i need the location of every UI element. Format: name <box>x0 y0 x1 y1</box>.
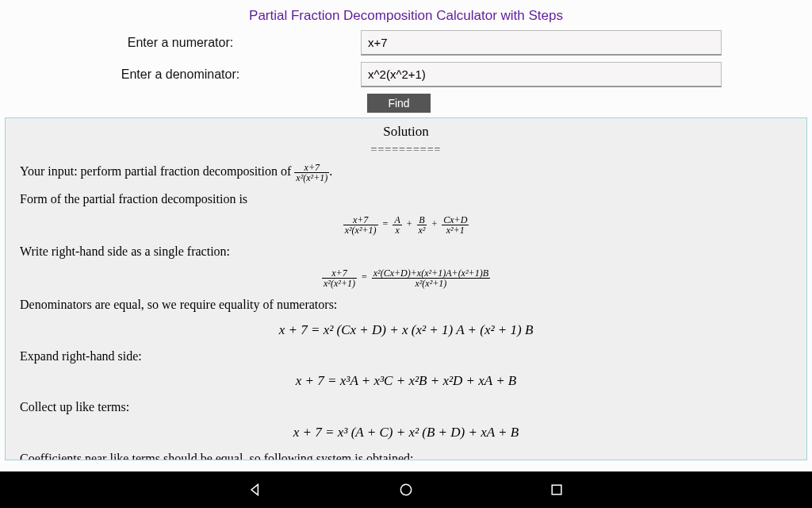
collect-equation: x + 7 = x³ (A + C) + x² (B + D) + xA + B <box>20 424 792 442</box>
svg-rect-1 <box>552 485 561 495</box>
form-equation: x+7 x²(x²+1) = A x + B x² + Cx+D x²+1 <box>20 215 792 235</box>
page-title: Partial Fraction Decomposition Calculato… <box>0 0 812 30</box>
numer-equation: x + 7 = x² (Cx + D) + x (x² + 1) A + (x²… <box>20 321 792 340</box>
solution-header: Solution <box>20 123 792 141</box>
collect-text: Collect up like terms: <box>20 398 792 416</box>
svg-point-0 <box>400 484 411 495</box>
your-input-line: Your input: perform partial fraction dec… <box>20 163 792 183</box>
solution-panel: Solution ========== Your input: perform … <box>5 117 807 460</box>
home-icon[interactable] <box>398 482 414 498</box>
back-icon[interactable] <box>247 482 263 498</box>
form-lhs-den: x²(x²+1) <box>343 225 378 235</box>
denominator-label: Enter a denominator: <box>0 67 361 82</box>
your-input-text: Your input: perform partial fraction dec… <box>20 164 294 178</box>
write-single-text: Write right-hand side as a single fracti… <box>20 243 792 260</box>
recent-icon[interactable] <box>549 482 565 498</box>
numerator-row: Enter a numerator: <box>0 30 812 56</box>
numerator-label: Enter a numerator: <box>0 36 361 50</box>
form-t3-den: x²+1 <box>442 225 469 235</box>
numerator-input[interactable] <box>361 30 722 56</box>
android-navbar <box>0 471 812 508</box>
button-row: Find <box>0 94 812 113</box>
input-frac-num: x+7 <box>294 163 329 173</box>
input-fraction: x+7 x²(x²+1) <box>294 163 329 183</box>
denom-equal-text: Denominators are equal, so we require eq… <box>20 296 792 314</box>
denominator-row: Enter a denominator: <box>0 62 812 87</box>
coeff-text: Coefficients near like terms should be e… <box>20 450 432 460</box>
input-frac-den: x²(x²+1) <box>294 173 329 183</box>
form-text: Form of the partial fraction decompositi… <box>20 190 792 208</box>
solution-divider: ========== <box>20 143 792 158</box>
single-lhs-den: x²(x²+1) <box>322 279 357 288</box>
form-t1-den: x <box>393 225 401 235</box>
single-equation: x+7 x²(x²+1) = x²(Cx+D)+x(x²+1)A+(x²+1)B… <box>20 268 792 288</box>
expand-equation: x + 7 = x³A + x³C + x²B + x²D + xA + B <box>20 372 792 391</box>
form-t2-den: x² <box>417 225 427 235</box>
denominator-input[interactable] <box>361 62 722 87</box>
single-rhs-den: x²(x²+1) <box>372 279 490 288</box>
find-button[interactable]: Find <box>367 94 431 113</box>
expand-text: Expand right-hand side: <box>20 348 792 365</box>
